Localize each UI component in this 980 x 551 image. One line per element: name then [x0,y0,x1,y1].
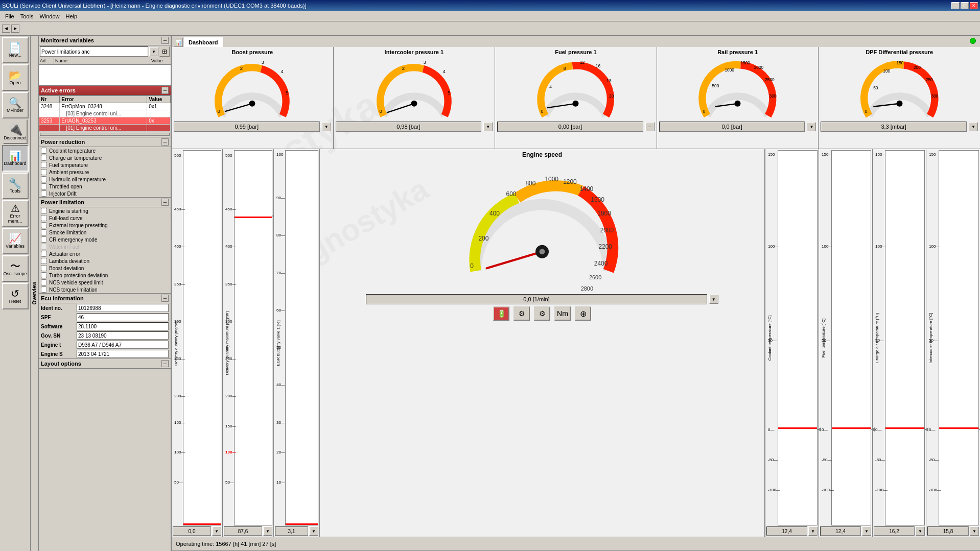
pr-coolant-cb[interactable] [41,148,47,154]
ecu-info-fields: Ident no. 10126988 SPF 46 Software 28.11… [39,303,171,358]
active-errors-title: Active errors [41,87,76,93]
svg-point-13 [411,101,417,107]
error-row-2[interactable]: 3253 ErrAGN_03253 0x [39,117,171,125]
engine-speed-gauge-svg: 0 200 400 600 800 1000 1200 1400 1600 18… [455,160,629,293]
error-scrollbar[interactable] [40,133,170,136]
open-icon: 📂 [9,70,21,80]
error-nr-2: 3253 [39,117,60,125]
egr-dropdown[interactable]: ▼ [309,526,318,536]
monitored-vars-collapse[interactable]: ─ [161,37,169,44]
sidebar-dashboard-button[interactable]: 📊 Dashboard [2,145,29,172]
layout-options-header: Layout options ─ [39,359,171,369]
sidebar-mfinder-button[interactable]: 🔍 MFinder [2,92,29,118]
sidebar-errormem-button[interactable]: ⚠ Error mem... [2,200,29,227]
pr-injector-cb[interactable] [41,190,47,197]
ecu-info-collapse[interactable]: ─ [161,295,169,302]
pr-charge-cb[interactable] [41,155,47,161]
intercooler-dropdown[interactable]: ▼ [483,122,493,131]
sidebar-dashboard-label: Dashboard [4,161,26,166]
errormem-icon: ⚠ [11,203,20,213]
plus-button[interactable]: ⊕ [575,306,591,321]
power-limitation-section: Power limitation ─ Engine is starting Fu… [39,198,171,294]
operating-time-bar: Operating time: 15667 [h] 41 [min] 27 [s… [172,537,980,551]
power-limitations-label: Power limitations anc [41,49,89,55]
ca-dropdown[interactable]: ▼ [916,526,925,536]
menu-file[interactable]: File [2,12,17,20]
ft-dropdown[interactable]: ▼ [862,526,871,536]
pl-boost-cb[interactable] [41,265,47,271]
rail-pressure-value-bar: 0,0 [bar] ▼ [659,122,816,132]
pr-throttle-cb[interactable] [41,183,47,189]
dq-label-450: 450— [174,207,185,211]
pl-lambda-cb[interactable] [41,258,47,264]
svg-text:0: 0 [218,108,220,114]
svg-text:2000: 2000 [600,227,614,234]
sidebar-variables-button[interactable]: 📈 Variables [2,228,29,254]
dashboard-icon: 📊 [9,151,21,161]
pl-fullload-cb[interactable] [41,215,47,221]
fuel-temp-bar: 150— 100— 50— 0— -50— -100— [831,150,871,525]
settings-button[interactable]: ⚙ [534,306,550,321]
engine-speed-dropdown[interactable]: ▼ [709,295,718,304]
power-limitations-dropdown[interactable]: Power limitations anc [40,46,148,57]
pl-ncs-torque-cb[interactable] [41,286,47,293]
ct-dropdown[interactable]: ▼ [808,526,818,536]
power-limitations-dropdown-arrow[interactable]: ▼ [149,47,158,56]
it-dropdown[interactable]: ▼ [970,526,979,536]
pl-external-cb[interactable] [41,222,47,228]
pl-starting-cb[interactable] [41,208,47,214]
close-button[interactable]: ✕ [970,2,978,9]
sidebar-reset-button[interactable]: ↺ Reset [2,283,29,309]
dashboard-tab[interactable]: Dashboard [183,37,223,47]
sidebar-oscillscope-button[interactable]: 〜 Oscillscope [2,255,29,282]
error-row-1[interactable]: 3248 ErrOpMon_03248 0x1 [39,103,171,110]
sidebar-new-button[interactable]: 📄 New... [2,37,29,63]
col-error: Error [60,96,147,103]
sidebar-open-button[interactable]: 📂 Open [2,64,29,91]
fuel-pressure-dropdown[interactable]: ─ [645,122,655,131]
toolbar-back[interactable]: ◄ [2,25,10,33]
menu-window[interactable]: Window [36,12,62,20]
menu-help[interactable]: Help [63,12,81,20]
svg-text:2400: 2400 [594,260,608,267]
error-row-2a: [01] Engine control uni... [39,125,171,132]
table-view-button[interactable]: ⊞ [159,46,170,57]
svg-text:50: 50 [873,85,878,90]
power-reduction-collapse[interactable]: ─ [161,138,169,146]
ct-m50: -50— [768,458,778,462]
layout-options-collapse[interactable]: ─ [161,360,169,367]
sidebar-tools-button[interactable]: 🔧 Tools [2,173,29,199]
pl-turbo-cb[interactable] [41,272,47,278]
pl-cr-cb[interactable] [41,236,47,243]
boost-pressure-dropdown[interactable]: ▼ [322,122,331,131]
battery-button[interactable]: 🔋 [493,306,509,321]
dm-300: 300— [225,319,236,324]
pl-smoke-cb[interactable] [41,229,47,235]
col-name: Name [54,58,150,64]
dpf-pressure-dropdown[interactable]: ▼ [969,122,978,131]
active-errors-collapse[interactable]: ─ [161,87,169,94]
pr-fuel-cb[interactable] [41,162,47,168]
pr-ambient-cb[interactable] [41,169,47,175]
pr-hydraulic-cb[interactable] [41,176,47,182]
sidebar-disconnect-button[interactable]: 🔌 Disconnect [3,119,28,144]
dm-dropdown[interactable]: ▼ [263,526,272,536]
pl-external-label: External torque presetting [49,223,108,228]
pl-actuator-cb[interactable] [41,251,47,257]
monitored-vars-list[interactable] [39,65,171,85]
overview-tab[interactable]: Overview [31,36,39,551]
menu-tools[interactable]: Tools [17,12,37,20]
pl-ncs-speed-cb[interactable] [41,279,47,285]
nm-button[interactable]: Nm [554,306,571,321]
rail-pressure-dropdown[interactable]: ▼ [807,122,816,131]
minimize-button[interactable]: ─ [951,2,960,9]
pl-water-cb[interactable] [41,244,47,250]
monitored-vars-column-headers: Ad... Name Value [39,58,171,65]
power-limitation-collapse[interactable]: ─ [161,199,169,206]
toolbar-forward[interactable]: ► [11,25,19,33]
delivery-max-bar-container: 500— 450— 400— 350— 300— 250— 200— 150— … [234,150,272,525]
intercooler-pressure-cell: Intercooler pressure 1 0 2 3 4 5 0,98 [b… [334,47,496,149]
gear-button[interactable]: ⚙ [514,306,530,321]
maximize-button[interactable]: □ [961,2,969,9]
dq-dropdown[interactable]: ▼ [212,526,221,536]
